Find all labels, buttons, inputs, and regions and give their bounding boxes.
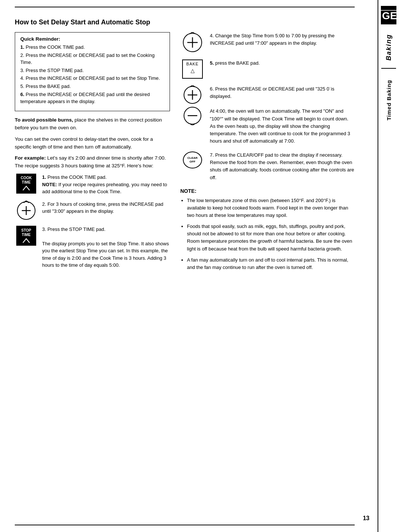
clear-off-icon: CLEAR OFF xyxy=(180,151,205,168)
intro-para-1: To avoid possible burns, place the shelv… xyxy=(15,116,170,132)
note-item-1: The low temperature zone of this oven (b… xyxy=(187,197,355,219)
step-3-text: 3. Press the STOP TIME pad. The display … xyxy=(42,226,170,269)
stop-time-icon: STOP TIME xyxy=(15,226,38,246)
list-item: 5. Press the BAKE pad. xyxy=(20,83,164,90)
list-item: 2. Press the INCREASE or DECREASE pad to… xyxy=(20,52,164,66)
page-number: 13 xyxy=(363,515,369,522)
step-2-text: 2. For 3 hours of cooking time, press th… xyxy=(42,201,170,215)
step-5-row: BAKE △ 5. press the BAKE pad. xyxy=(180,59,355,79)
step-3-row: STOP TIME 3. Press the STOP TIME pad. Th… xyxy=(15,226,170,269)
step-1-row: COOK TIME 1. Press the COOK TIME pad. NO… xyxy=(15,174,170,195)
step-7-text: 7. Press the CLEAR/OFF pad to clear the … xyxy=(210,151,355,181)
quick-reminder-box: Quick Reminder: 1. Press the COOK TIME p… xyxy=(15,32,170,111)
step-2-row: 2. For 3 hours of cooking time, press th… xyxy=(15,201,170,221)
cook-time-button[interactable]: COOK TIME xyxy=(16,174,36,194)
page-title: How to Set Delay Start and Automatic Sto… xyxy=(15,18,355,26)
right-sidebar: GE Baking Timed Baking xyxy=(378,0,399,532)
note-section: NOTE: The low temperature zone of this o… xyxy=(180,188,355,271)
cook-time-icon: COOK TIME xyxy=(15,174,38,194)
list-item: 4. Press the INCREASE or DECREASE pad to… xyxy=(20,75,164,82)
sidebar-divider xyxy=(381,68,396,69)
step-4-row: 4. Change the Stop Time from 5:00 to 7:0… xyxy=(180,32,355,53)
brand-logo: GE xyxy=(379,4,398,27)
note-list: The low temperature zone of this oven (b… xyxy=(180,197,355,271)
page-border-bottom xyxy=(15,525,355,525)
step-7-row: CLEAR OFF 7. Press the CLEAR/OFF pad to … xyxy=(180,151,355,181)
bake-button-icon: BAKE △ xyxy=(180,59,205,79)
increase-decrease-icons xyxy=(180,85,205,125)
page-border-top xyxy=(15,7,355,7)
step-1-text: 1. Press the COOK TIME pad. NOTE: If you… xyxy=(42,174,170,195)
quick-reminder-list: 1. Press the COOK TIME pad. 2. Press the… xyxy=(20,44,164,105)
stop-time-button[interactable]: STOP TIME xyxy=(16,226,36,246)
increase-icon-step4 xyxy=(180,32,205,53)
list-item: 6. Press the INCREASE or DECREASE pad un… xyxy=(20,91,164,105)
sidebar-baking-label: Baking xyxy=(385,34,393,61)
list-item: 1. Press the COOK TIME pad. xyxy=(20,44,164,51)
intro-para-3: For example: Let's say it's 2:00 and din… xyxy=(15,154,170,170)
note-item-3: A fan may automatically turn on and off … xyxy=(187,256,355,271)
sidebar-timed-baking-label: Timed Baking xyxy=(386,80,392,120)
main-content: How to Set Delay Start and Automatic Sto… xyxy=(15,11,381,275)
list-item: 3. Press the STOP TIME pad. xyxy=(20,67,164,74)
clear-off-button[interactable]: CLEAR OFF xyxy=(183,151,202,168)
right-column: 4. Change the Stop Time from 5:00 to 7:0… xyxy=(180,32,355,275)
increase-icon xyxy=(15,201,38,221)
step-4-text: 4. Change the Stop Time from 5:00 to 7:0… xyxy=(210,32,355,47)
left-column: Quick Reminder: 1. Press the COOK TIME p… xyxy=(15,32,170,275)
step-6-text: 6. Press the INCREASE or DECREASE pad un… xyxy=(210,85,355,145)
note-title: NOTE: xyxy=(180,188,355,194)
step-6-row: 6. Press the INCREASE or DECREASE pad un… xyxy=(180,85,355,145)
note-item-2: Foods that spoil easily, such as milk, e… xyxy=(187,223,355,253)
quick-reminder-title: Quick Reminder: xyxy=(20,36,164,42)
two-column-layout: Quick Reminder: 1. Press the COOK TIME p… xyxy=(15,32,355,275)
bake-button[interactable]: BAKE △ xyxy=(182,59,203,79)
intro-para-2: You can set the oven control to delay-st… xyxy=(15,136,170,151)
step-5-text: 5. press the BAKE pad. xyxy=(210,59,355,67)
svg-text:GE: GE xyxy=(382,10,397,21)
